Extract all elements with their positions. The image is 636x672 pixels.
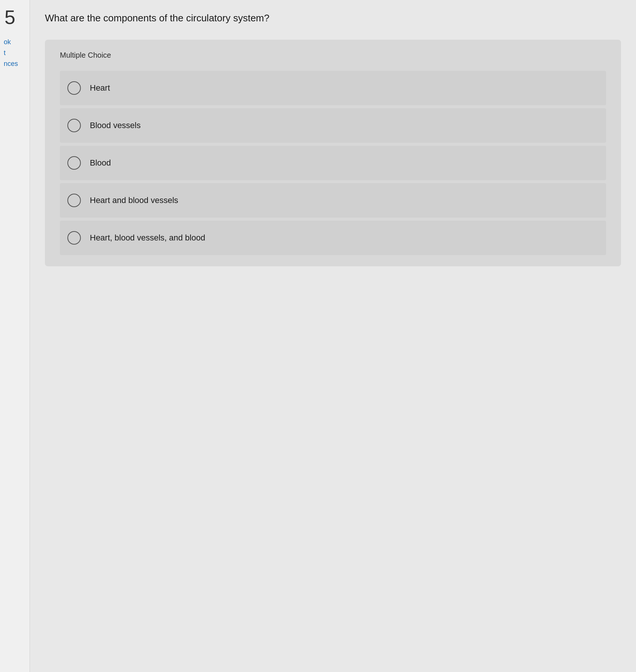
sidebar: 5 ok t nces xyxy=(0,0,30,672)
option-heart-label: Heart xyxy=(90,83,110,93)
sidebar-link-nces[interactable]: nces xyxy=(4,60,26,68)
option-blood-vessels-label: Blood vessels xyxy=(90,121,141,130)
main-content: What are the components of the circulato… xyxy=(30,0,636,672)
option-blood-vessels[interactable]: Blood vessels xyxy=(60,108,606,143)
option-all-three[interactable]: Heart, blood vessels, and blood xyxy=(60,221,606,255)
radio-blood[interactable] xyxy=(67,156,81,170)
question-type-label: Multiple Choice xyxy=(60,51,606,60)
radio-all-three[interactable] xyxy=(67,231,81,245)
option-blood[interactable]: Blood xyxy=(60,146,606,180)
option-blood-label: Blood xyxy=(90,158,111,168)
radio-blood-vessels[interactable] xyxy=(67,119,81,132)
sidebar-links: ok t nces xyxy=(0,38,30,68)
sidebar-link-ok[interactable]: ok xyxy=(4,38,26,46)
question-header: What are the components of the circulato… xyxy=(45,11,621,25)
option-heart-blood-vessels[interactable]: Heart and blood vessels xyxy=(60,183,606,218)
question-card: Multiple Choice Heart Blood vessels Bloo… xyxy=(45,40,621,266)
radio-heart[interactable] xyxy=(67,81,81,95)
sidebar-link-t[interactable]: t xyxy=(4,49,26,57)
option-all-three-label: Heart, blood vessels, and blood xyxy=(90,233,205,243)
option-heart[interactable]: Heart xyxy=(60,71,606,105)
radio-heart-blood-vessels[interactable] xyxy=(67,194,81,207)
option-heart-blood-vessels-label: Heart and blood vessels xyxy=(90,196,178,205)
options-list: Heart Blood vessels Blood Heart and bloo… xyxy=(60,71,606,255)
question-number: 5 xyxy=(0,7,30,27)
